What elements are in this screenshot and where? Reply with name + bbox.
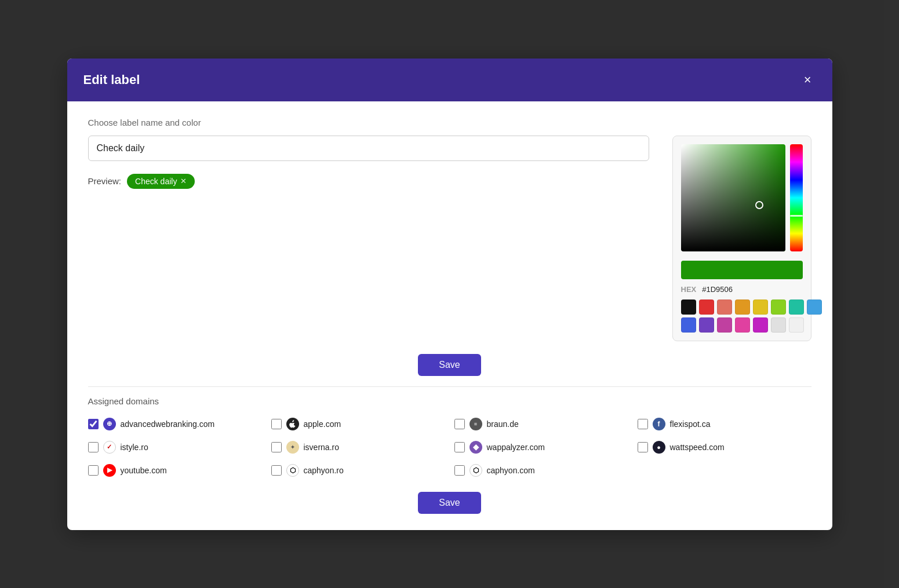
domain-row-awb: ⊕ advancedwebranking.com — [88, 415, 262, 433]
swatch-teal[interactable] — [789, 300, 804, 315]
domain-row-caphyon1: ⬡ caphyon.ro — [271, 462, 445, 479]
icon-caphyon2: ⬡ — [469, 464, 482, 477]
domain-name-youtube: youtube.com — [121, 466, 167, 475]
checkbox-caphyon2[interactable] — [454, 465, 465, 476]
domain-name-awb: advancedwebranking.com — [121, 419, 215, 429]
hex-value[interactable]: #1D9506 — [702, 285, 733, 294]
domain-row-braun: ≡ braun.de — [454, 415, 628, 433]
icon-youtube: ▶ — [103, 464, 116, 477]
swatch-magenta[interactable] — [753, 317, 768, 333]
swatch-indigo[interactable] — [699, 317, 714, 333]
domain-name-istyle: istyle.ro — [121, 443, 148, 452]
swatch-blue[interactable] — [681, 317, 696, 333]
preview-row: Preview: Check daily ✕ — [88, 174, 649, 189]
color-picker: HEX #1D9506 — [672, 136, 811, 341]
icon-wappalyzer: ◆ — [469, 441, 482, 454]
swatch-black[interactable] — [681, 300, 696, 315]
preview-badge: Check daily ✕ — [127, 174, 195, 189]
domains-grid: ⊕ advancedwebranking.com apple.com ≡ bra… — [88, 415, 811, 479]
icon-isverna: ✦ — [286, 441, 299, 454]
domain-row-empty — [638, 462, 811, 479]
modal-header: Edit label × — [67, 59, 832, 101]
swatch-15[interactable] — [789, 317, 804, 333]
domain-row-istyle: ✓ istyle.ro — [88, 439, 262, 456]
icon-istyle: ✓ — [103, 441, 116, 454]
swatch-violet[interactable] — [717, 317, 732, 333]
preview-badge-text: Check daily — [135, 177, 177, 186]
icon-flexi: f — [653, 418, 665, 430]
top-section: Preview: Check daily ✕ — [88, 136, 811, 341]
domain-row-wappalyzer: ◆ wappalyzer.com — [454, 439, 628, 456]
color-picker-row — [681, 144, 803, 256]
swatch-lightblue[interactable] — [807, 300, 822, 315]
icon-apple — [286, 418, 299, 430]
icon-caphyon1: ⬡ — [286, 464, 299, 477]
swatch-lime[interactable] — [771, 300, 786, 315]
domain-name-braun: braun.de — [487, 419, 519, 429]
domain-name-caphyon1: caphyon.ro — [304, 466, 344, 475]
save-row-top: Save — [88, 354, 811, 376]
domain-name-flexi: flexispot.ca — [670, 419, 711, 429]
domain-row-caphyon2: ⬡ caphyon.com — [454, 462, 628, 479]
checkbox-istyle[interactable] — [88, 442, 99, 452]
modal-body: Choose label name and color Preview: Che… — [67, 101, 832, 530]
color-gradient-area[interactable] — [681, 144, 786, 251]
hex-row: HEX #1D9506 — [681, 285, 803, 294]
domain-name-isverna: isverna.ro — [304, 443, 339, 452]
divider — [88, 386, 811, 387]
assigned-domains-label: Assigned domains — [88, 396, 811, 406]
domain-row-isverna: ✦ isverna.ro — [271, 439, 445, 456]
swatch-red[interactable] — [699, 300, 714, 315]
domain-row-youtube: ▶ youtube.com — [88, 462, 262, 479]
swatch-pink[interactable] — [735, 317, 750, 333]
save-row-bottom: Save — [88, 492, 811, 514]
gradient-black — [681, 144, 786, 251]
modal-title: Edit label — [83, 72, 140, 87]
domain-row-flexi: f flexispot.ca — [638, 415, 811, 433]
hue-indicator — [790, 215, 802, 217]
checkbox-apple[interactable] — [271, 419, 282, 429]
hex-label: HEX — [681, 285, 697, 294]
subtitle: Choose label name and color — [88, 118, 811, 127]
left-section: Preview: Check daily ✕ — [88, 136, 649, 189]
checkbox-flexi[interactable] — [638, 419, 648, 429]
domain-name-wattspeed: wattspeed.com — [670, 443, 725, 452]
swatch-salmon[interactable] — [717, 300, 732, 315]
save-button-top[interactable]: Save — [418, 354, 481, 376]
preview-badge-close[interactable]: ✕ — [180, 177, 187, 185]
swatch-orange[interactable] — [735, 300, 750, 315]
checkbox-wattspeed[interactable] — [638, 442, 648, 452]
checkbox-braun[interactable] — [454, 419, 465, 429]
preview-label: Preview: — [88, 176, 122, 186]
save-button-bottom[interactable]: Save — [418, 492, 481, 514]
domain-name-caphyon2: caphyon.com — [487, 466, 535, 475]
swatches-grid — [681, 300, 803, 333]
swatch-14[interactable] — [771, 317, 786, 333]
hue-slider[interactable] — [790, 144, 802, 251]
swatch-yellow[interactable] — [753, 300, 768, 315]
icon-wattspeed: ● — [653, 441, 665, 454]
icon-awb: ⊕ — [103, 418, 116, 430]
checkbox-youtube[interactable] — [88, 465, 99, 476]
checkbox-caphyon1[interactable] — [271, 465, 282, 476]
domain-row-apple: apple.com — [271, 415, 445, 433]
label-name-input[interactable] — [88, 136, 649, 161]
checkbox-wappalyzer[interactable] — [454, 442, 465, 452]
domain-name-wappalyzer: wappalyzer.com — [487, 443, 545, 452]
checkbox-awb[interactable] — [88, 419, 99, 429]
modal-close-button[interactable]: × — [799, 71, 816, 89]
color-swatch-bar — [681, 261, 803, 279]
edit-label-modal: Edit label × Choose label name and color… — [67, 59, 832, 530]
modal-overlay: Edit label × Choose label name and color… — [0, 0, 899, 588]
icon-braun: ≡ — [469, 418, 482, 430]
checkbox-isverna[interactable] — [271, 442, 282, 452]
domain-row-wattspeed: ● wattspeed.com — [638, 439, 811, 456]
domain-name-apple: apple.com — [304, 419, 341, 429]
